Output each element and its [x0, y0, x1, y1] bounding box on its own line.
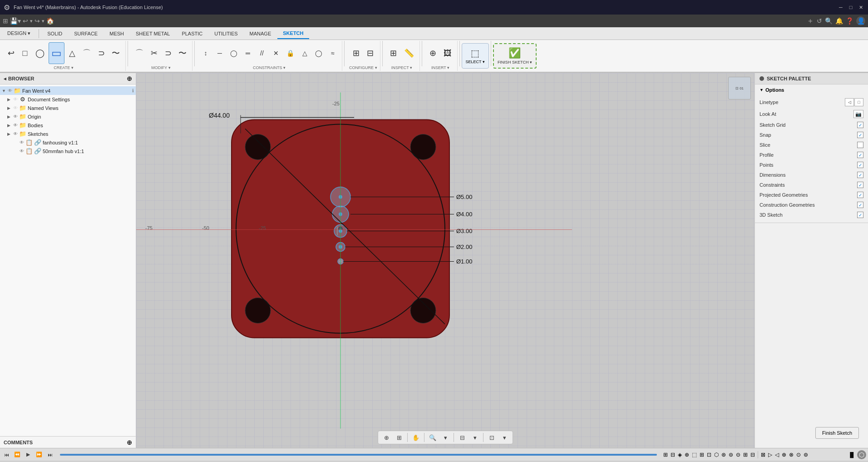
constraint-concentric-btn[interactable]: ◯ [227, 42, 240, 64]
view-cube-btn[interactable]: ⊟ [457, 432, 468, 443]
redo-dropdown-icon[interactable]: ▾ [42, 18, 44, 24]
tab-solid[interactable]: SOLID [42, 28, 68, 39]
points-checkbox[interactable] [857, 162, 863, 168]
create-line-btn[interactable]: ▭ [49, 42, 64, 64]
undo-icon[interactable]: ↩ [23, 17, 28, 25]
tl-icon-6[interactable]: ⊞ [699, 451, 705, 459]
view-dropdown-btn[interactable]: ▾ [469, 432, 480, 443]
nav-next-btn[interactable]: ⏩ [35, 450, 44, 459]
root-eye-icon[interactable]: 👁 [8, 88, 12, 93]
doc-settings-eye-icon[interactable]: 👁 [13, 97, 18, 102]
sketch-grid-checkbox[interactable] [857, 122, 863, 128]
tl-icon-17[interactable]: ⊕ [781, 451, 787, 459]
tl-icon-7[interactable]: ⊡ [706, 451, 712, 459]
grid-view-btn[interactable]: ⊞ [394, 432, 404, 443]
tl-icon-12[interactable]: ⊞ [742, 451, 749, 459]
minimize-button[interactable]: ─ [837, 4, 844, 11]
help-icon[interactable]: ❓ [846, 17, 853, 25]
bodies-eye-icon[interactable]: 👁 [13, 123, 18, 128]
back-icon[interactable]: ◂ [4, 76, 6, 82]
constraints-checkbox[interactable] [857, 182, 863, 188]
create-circle-btn[interactable]: ◯ [33, 42, 47, 64]
tl-icon-18[interactable]: ⊗ [788, 451, 794, 459]
nav-last-btn[interactable]: ⏭ [45, 450, 54, 459]
modify-offset-btn[interactable]: ⊃ [162, 42, 174, 64]
bottom-right-icon[interactable]: ⬡ [857, 450, 866, 459]
insert-btn1[interactable]: ⊕ [427, 42, 439, 64]
linetype-dashed-btn[interactable]: □ [854, 98, 863, 106]
tl-icon-3[interactable]: ◈ [677, 451, 683, 459]
tab-surface[interactable]: SURFACE [69, 28, 103, 39]
pan-btn[interactable]: ✋ [410, 432, 421, 443]
options-title-row[interactable]: ▼ Options [760, 87, 863, 93]
tab-manage[interactable]: MANAGE [244, 28, 277, 39]
tab-utilities[interactable]: UTILITIES [209, 28, 243, 39]
slice-checkbox[interactable] [857, 142, 863, 148]
search-icon[interactable]: 🔍 [825, 17, 833, 25]
sketches-eye-icon[interactable]: 👁 [13, 131, 18, 136]
tab-plastic[interactable]: PLASTIC [176, 28, 208, 39]
add-icon[interactable]: ＋ [807, 16, 814, 26]
display-dropdown-btn[interactable]: ▾ [499, 432, 510, 443]
nav-cube[interactable]: ⊡ 01 [728, 77, 751, 99]
create-arc-btn[interactable]: ↩ [5, 42, 17, 64]
user-icon[interactable]: 👤 [856, 16, 865, 25]
tree-item-fanhousing[interactable]: ▶ 👁 📋 🔗 fanhousing v1:1 [0, 138, 136, 147]
display-mode-btn[interactable]: ⊡ [486, 432, 497, 443]
timeline-bar[interactable] [60, 454, 657, 456]
inspect-btn1[interactable]: ⊞ [387, 42, 400, 64]
constraint-equal-btn[interactable]: ◯ [312, 42, 325, 64]
tab-mesh[interactable]: MESH [104, 28, 129, 39]
create-wave-btn[interactable]: 〜 [109, 42, 123, 64]
tl-icon-9[interactable]: ⊛ [720, 451, 727, 459]
configure-btn2[interactable]: ⊟ [364, 42, 376, 64]
insert-btn2[interactable]: 🖼 [441, 42, 454, 64]
tree-item-origin[interactable]: ▶ 👁 📁 Origin [0, 112, 136, 121]
tree-item-named-views[interactable]: ▶ 👁 📁 Named Views [0, 104, 136, 112]
tab-sketch[interactable]: SKETCH [277, 28, 309, 39]
dimensions-checkbox[interactable] [857, 172, 863, 178]
grid-icon[interactable]: ⊞ [3, 17, 8, 25]
constraint-coincident-btn[interactable]: ↕ [199, 42, 212, 64]
projected-geometries-checkbox[interactable] [857, 192, 863, 198]
configure-btn1[interactable]: ⊞ [350, 42, 362, 64]
tab-sheet-metal[interactable]: SHEET METAL [130, 28, 175, 39]
fanhousing-eye-icon[interactable]: 👁 [20, 140, 24, 145]
constraint-collinear-btn[interactable]: ─ [213, 42, 226, 64]
redo-icon[interactable]: ↪ [35, 17, 40, 25]
maximize-button[interactable]: □ [847, 4, 854, 11]
profile-checkbox[interactable] [857, 152, 863, 158]
create-spline-btn[interactable]: ⌒ [80, 42, 94, 64]
look-at-camera-btn[interactable]: 📷 [853, 110, 863, 118]
tl-icon-16[interactable]: ◁ [774, 451, 780, 459]
origin-eye-icon[interactable]: 👁 [13, 114, 18, 119]
root-info-icon[interactable]: ℹ [132, 88, 134, 93]
tree-item-sketches[interactable]: ▶ 👁 📁 Sketches [0, 129, 136, 138]
snap-checkbox[interactable] [857, 132, 863, 138]
tl-icon-11[interactable]: ⊝ [735, 451, 741, 459]
named-views-eye-icon[interactable]: 👁 [13, 105, 18, 110]
constraint-tangent-btn[interactable]: △ [298, 42, 311, 64]
ribbon-select-btn[interactable]: ⬚ SELECT ▾ [462, 43, 489, 69]
close-button[interactable]: ✕ [857, 4, 864, 11]
palette-finish-sketch-button[interactable]: Finish Sketch [815, 427, 859, 439]
comments-expand-icon[interactable]: ⊕ [127, 439, 132, 446]
nav-play-btn[interactable]: ▶ [24, 450, 33, 459]
create-triangle-btn[interactable]: △ [66, 42, 79, 64]
tl-icon-8[interactable]: ⬡ [713, 451, 720, 459]
modify-fillet-btn[interactable]: ⌒ [133, 42, 146, 64]
orbit-btn[interactable]: ⊕ [381, 432, 392, 443]
tl-icon-4[interactable]: ⊕ [684, 451, 690, 459]
create-rect-btn[interactable]: □ [19, 42, 31, 64]
tl-icon-2[interactable]: ⊟ [670, 451, 676, 459]
tl-icon-15[interactable]: ▷ [767, 451, 773, 459]
tl-icon-5[interactable]: ⬚ [691, 451, 698, 459]
home-icon[interactable]: 🏠 [46, 17, 54, 25]
tl-icon-1[interactable]: ⊞ [662, 451, 669, 459]
constraint-perpendicular-btn[interactable]: ✕ [270, 42, 282, 64]
tl-icon-19[interactable]: ⊙ [795, 451, 802, 459]
undo-dropdown-icon[interactable]: ▾ [30, 18, 33, 24]
create-freeform-btn[interactable]: ⊃ [95, 42, 108, 64]
constraint-lock-btn[interactable]: 🔒 [284, 42, 297, 64]
construction-geometries-checkbox[interactable] [857, 202, 863, 208]
